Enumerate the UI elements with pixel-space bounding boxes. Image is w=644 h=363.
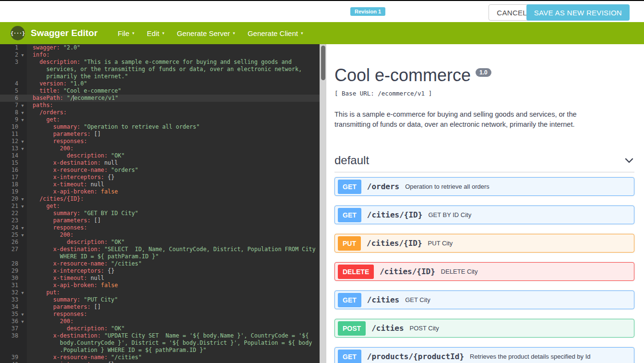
code-line[interactable]: WHERE ID = ${ pathParam.ID }" bbox=[0, 253, 320, 260]
code-line[interactable]: 23 parameters: [] bbox=[0, 217, 320, 224]
code-line[interactable]: 30 x-timeout: null bbox=[0, 275, 320, 282]
code-text: x-resource-name: "/cities" bbox=[27, 260, 142, 267]
code-line[interactable]: 26 description: "OK" bbox=[0, 239, 320, 246]
operation-row[interactable]: POST/citiesPOST City bbox=[334, 319, 634, 338]
line-number: 10 bbox=[0, 123, 18, 131]
fold-arrow-icon[interactable]: ▾ bbox=[18, 138, 27, 145]
code-line[interactable]: 38 x-destination: "UPDATE City SET Name … bbox=[0, 332, 320, 339]
menu-generate-server[interactable]: Generate Server▾ bbox=[177, 29, 235, 37]
line-number-gutter: 17 bbox=[0, 174, 27, 181]
operation-row[interactable]: PUT/cities/{ID}PUT City bbox=[334, 234, 634, 253]
code-line[interactable]: 34 parameters: [] bbox=[0, 303, 320, 311]
fold-arrow-icon[interactable]: ▾ bbox=[18, 203, 27, 210]
code-text: parameters: [] bbox=[27, 303, 101, 311]
menu-generate-client[interactable]: Generate Client▾ bbox=[248, 29, 303, 37]
line-number: 1 bbox=[0, 44, 18, 51]
swagger-logo-icon: {···} bbox=[11, 26, 25, 40]
line-number-gutter bbox=[0, 253, 27, 260]
fold-arrow-icon[interactable]: ▾ bbox=[18, 224, 27, 231]
code-text: info: bbox=[27, 51, 50, 59]
fold-arrow-icon[interactable]: ▾ bbox=[18, 51, 27, 59]
code-line[interactable]: 27 x-destination: "SELECT ID, Name, Coun… bbox=[0, 246, 320, 253]
code-line[interactable]: 4 version: "1.0" bbox=[0, 80, 320, 87]
code-line[interactable]: body.CountryCode }', District = '${ body… bbox=[0, 339, 320, 347]
fold-arrow-icon[interactable]: ▾ bbox=[18, 231, 27, 239]
code-line[interactable]: 18 x-timeout: null bbox=[0, 181, 320, 188]
code-line[interactable]: .Population } WHERE ID = ${ pathParam.ID… bbox=[0, 347, 320, 354]
code-line[interactable]: 22 summary: "GET BY ID City" bbox=[0, 210, 320, 217]
code-line[interactable]: 17 x-interceptors: {} bbox=[0, 174, 320, 181]
tag-section-title: default bbox=[334, 154, 369, 167]
code-line[interactable]: primarily the internet." bbox=[0, 73, 320, 80]
code-line[interactable]: 10 summary: "Operation to retrieve all o… bbox=[0, 123, 320, 131]
operation-row[interactable]: GET/citiesGET City bbox=[334, 290, 634, 309]
code-line[interactable]: 40 x-interceptors: {} bbox=[0, 361, 320, 363]
operation-row[interactable]: GET/products/{productId}Retrieves the pr… bbox=[334, 347, 634, 363]
operation-row[interactable]: GET/cities/{ID}GET BY ID City bbox=[334, 206, 634, 224]
scrollbar-thumb[interactable] bbox=[321, 46, 325, 80]
code-text: /cities/{ID}: bbox=[27, 195, 84, 203]
method-badge: GET bbox=[338, 180, 361, 194]
code-line[interactable]: 12▾ responses: bbox=[0, 138, 320, 145]
code-line[interactable]: 5 title: "Cool e-commerce" bbox=[0, 87, 320, 95]
code-line[interactable]: 29 x-interceptors: {} bbox=[0, 267, 320, 275]
editor-scrollbar[interactable] bbox=[320, 44, 326, 363]
line-number: 4 bbox=[0, 80, 18, 87]
fold-arrow-icon[interactable]: ▾ bbox=[18, 109, 27, 116]
fold-arrow-icon[interactable]: ▾ bbox=[18, 289, 27, 296]
code-line[interactable]: 13▾ 200: bbox=[0, 145, 320, 152]
code-text: 200: bbox=[27, 145, 73, 152]
code-line[interactable]: 14 description: "OK" bbox=[0, 152, 320, 159]
code-line[interactable]: 9▾ get: bbox=[0, 116, 320, 123]
code-line[interactable]: 28 x-resource-name: "/cities" bbox=[0, 260, 320, 267]
code-line[interactable]: 31 x-api-broken: false bbox=[0, 282, 320, 289]
code-line[interactable]: services, or the transmitting of funds o… bbox=[0, 66, 320, 73]
fold-arrow-icon[interactable]: ▾ bbox=[18, 102, 27, 109]
api-description: This is a sample e-commerce for buying a… bbox=[334, 109, 612, 130]
line-number: 6 bbox=[0, 95, 18, 102]
code-line[interactable]: 21▾ get: bbox=[0, 203, 320, 210]
code-line[interactable]: 3 description: "This is a sample e-comme… bbox=[0, 59, 320, 66]
code-line[interactable]: 32▾ put: bbox=[0, 289, 320, 296]
code-line[interactable]: 2▾info: bbox=[0, 51, 320, 59]
method-badge: POST bbox=[338, 321, 366, 336]
code-line[interactable]: 24▾ responses: bbox=[0, 224, 320, 231]
code-line[interactable]: 37 description: "OK" bbox=[0, 325, 320, 332]
code-line[interactable]: 8▾ /orders: bbox=[0, 109, 320, 116]
line-number-gutter bbox=[0, 339, 27, 347]
code-line[interactable]: 19 x-api-broken: false bbox=[0, 188, 320, 195]
code-line[interactable]: 15 x-destination: null bbox=[0, 159, 320, 167]
save-as-new-revision-button[interactable]: SAVE AS NEW REVISION bbox=[526, 4, 630, 21]
menu-file[interactable]: File▾ bbox=[118, 29, 134, 37]
fold-arrow-icon[interactable]: ▾ bbox=[18, 145, 27, 152]
chevron-down-icon[interactable] bbox=[624, 155, 634, 166]
menu-edit[interactable]: Edit▾ bbox=[147, 29, 164, 37]
code-line[interactable]: 25▾ 200: bbox=[0, 231, 320, 239]
line-number: 30 bbox=[0, 275, 18, 282]
code-line[interactable]: 33 summary: "PUT City" bbox=[0, 296, 320, 303]
operation-row[interactable]: GET/ordersOperation to retrieve all orde… bbox=[334, 177, 634, 196]
operation-path: /cities/{ID} bbox=[380, 267, 435, 276]
code-line[interactable]: 7▾paths: bbox=[0, 102, 320, 109]
code-line[interactable]: 35▾ responses: bbox=[0, 311, 320, 318]
code-text: parameters: [] bbox=[27, 217, 101, 224]
code-line[interactable]: 1swagger: "2.0" bbox=[0, 44, 320, 51]
fold-arrow-icon[interactable]: ▾ bbox=[18, 116, 27, 123]
code-line[interactable]: 20▾ /cities/{ID}: bbox=[0, 195, 320, 203]
code-line[interactable]: 16 x-resource-name: "orders" bbox=[0, 167, 320, 174]
code-line[interactable]: 39 x-resource-name: "/cities" bbox=[0, 354, 320, 361]
code-text: x-timeout: null bbox=[27, 275, 104, 282]
code-line[interactable]: 11 parameters: [] bbox=[0, 131, 320, 138]
fold-arrow-icon[interactable]: ▾ bbox=[18, 318, 27, 325]
fold-arrow-icon[interactable]: ▾ bbox=[18, 195, 27, 203]
operation-row[interactable]: DELETE/cities/{ID}DELETE City bbox=[334, 262, 634, 281]
code-line[interactable]: 6basePath: "/ecommerce/v1" bbox=[0, 95, 320, 102]
code-line[interactable]: 36▾ 200: bbox=[0, 318, 320, 325]
line-number-gutter: 33 bbox=[0, 296, 27, 303]
code-text: get: bbox=[27, 116, 60, 123]
code-editor[interactable]: 1swagger: "2.0"2▾info:3 description: "Th… bbox=[0, 44, 320, 363]
code-text: put: bbox=[27, 289, 60, 296]
line-number: 13 bbox=[0, 145, 18, 152]
fold-arrow-icon[interactable]: ▾ bbox=[18, 311, 27, 318]
tag-section-header[interactable]: default bbox=[334, 154, 634, 172]
